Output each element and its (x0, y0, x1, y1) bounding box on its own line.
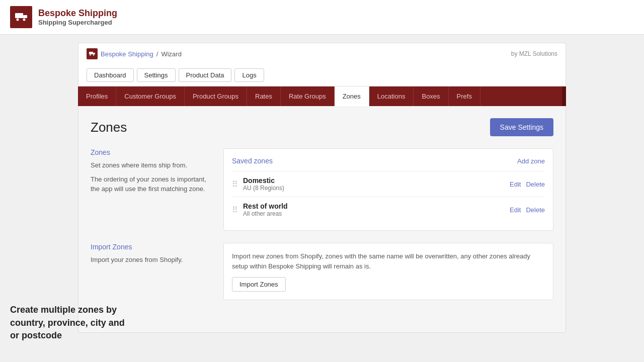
page-title: Zones (91, 120, 127, 135)
saved-zones-header: Saved zones Add zone (232, 157, 545, 165)
zone-info: Domestic AU (8 Regions) (243, 176, 510, 192)
import-left-title: Import Zones (91, 243, 211, 251)
import-description: Import new zones from Shopify, zones wit… (232, 251, 545, 271)
zones-section: Zones Set zones where items ship from. T… (91, 148, 553, 231)
app-header: Bespoke Shipping Shipping Supercharged (0, 0, 644, 35)
add-zone-link[interactable]: Add zone (517, 157, 545, 165)
tab-product-data[interactable]: Product Data (179, 68, 232, 82)
drag-handle-icon[interactable]: ⠿ (232, 179, 238, 189)
breadcrumb: Bespoke Shipping / Wizard (87, 48, 182, 59)
zone-info: Rest of world All other areas (243, 202, 510, 217)
saved-zones-panel: Saved zones Add zone ⠿ Domestic AU (8 Re… (223, 148, 553, 231)
import-left-desc: Import your zones from Shopify. (91, 255, 211, 265)
drag-handle-icon[interactable]: ⠿ (232, 205, 238, 215)
svg-point-3 (23, 19, 26, 21)
by-mzl-label: by MZL Solutions (511, 50, 557, 57)
zones-left-title: Zones (91, 148, 211, 156)
import-zones-section: Import Zones Import your zones from Shop… (91, 243, 553, 300)
main-wrapper: Bespoke Shipping / Wizard by MZL Solutio… (78, 35, 566, 333)
tab-dashboard[interactable]: Dashboard (87, 68, 134, 82)
nav-scrollbar (562, 86, 566, 106)
zone-actions: Edit Delete (510, 206, 545, 214)
top-tabs: Dashboard Settings Product Data Logs (78, 64, 566, 86)
import-zones-panel: Import new zones from Shopify, zones wit… (223, 243, 553, 300)
nav-rates[interactable]: Rates (247, 86, 281, 106)
tab-logs[interactable]: Logs (234, 68, 264, 82)
zones-left-desc2: The ordering of your zones is important,… (91, 174, 211, 194)
zone-row: ⠿ Domestic AU (8 Regions) Edit Delete (232, 171, 545, 197)
zone-actions: Edit Delete (510, 180, 545, 188)
breadcrumb-bar: Bespoke Shipping / Wizard by MZL Solutio… (78, 43, 566, 64)
app-title: Bespoke Shipping Shipping Supercharged (38, 8, 117, 26)
zone-delete-button[interactable]: Delete (526, 180, 545, 188)
nav-locations[interactable]: Locations (369, 86, 414, 106)
svg-point-7 (90, 54, 91, 55)
app-logo (10, 6, 32, 28)
app-subtitle-bold: Supercharged (68, 19, 112, 26)
save-settings-button[interactable]: Save Settings (490, 118, 553, 136)
breadcrumb-current: Wizard (161, 50, 181, 58)
nav-zones[interactable]: Zones (335, 86, 369, 106)
svg-rect-5 (89, 52, 93, 54)
zone-name: Rest of world (243, 202, 510, 210)
nav-bar: Profiles Customer Groups Product Groups … (78, 86, 566, 106)
breadcrumb-separator: / (156, 50, 158, 58)
zones-left-desc1: Set zones where items ship from. (91, 160, 211, 170)
zone-sub: AU (8 Regions) (243, 185, 510, 192)
app-subtitle-plain: Shipping (38, 19, 68, 26)
zones-section-left: Zones Set zones where items ship from. T… (91, 148, 211, 231)
nav-product-groups[interactable]: Product Groups (185, 86, 247, 106)
content-area: Zones Save Settings Zones Set zones wher… (78, 106, 566, 333)
import-section-left: Import Zones Import your zones from Shop… (91, 243, 211, 300)
nav-boxes[interactable]: Boxes (414, 86, 448, 106)
nav-profiles[interactable]: Profiles (78, 86, 116, 106)
breadcrumb-icon (87, 48, 98, 59)
page-header-row: Zones Save Settings (91, 118, 553, 136)
tab-settings[interactable]: Settings (137, 68, 176, 82)
app-title-text: Bespoke Shipping (38, 8, 117, 18)
svg-rect-4 (15, 17, 27, 18)
zone-sub: All other areas (243, 210, 510, 217)
nav-rate-groups[interactable]: Rate Groups (281, 86, 335, 106)
zone-edit-button[interactable]: Edit (510, 206, 521, 214)
svg-rect-6 (93, 53, 95, 54)
zone-name: Domestic (243, 176, 510, 185)
sidebar-promo-text: Create multiple zones by country, provin… (10, 304, 131, 333)
zone-edit-button[interactable]: Edit (510, 180, 521, 188)
svg-point-8 (93, 54, 94, 55)
nav-prefs[interactable]: Prefs (449, 86, 480, 106)
saved-zones-title: Saved zones (232, 157, 273, 165)
zone-row: ⠿ Rest of world All other areas Edit Del… (232, 197, 545, 222)
svg-point-2 (17, 19, 19, 21)
nav-customer-groups[interactable]: Customer Groups (116, 86, 185, 106)
import-zones-button[interactable]: Import Zones (232, 277, 286, 292)
zone-delete-button[interactable]: Delete (526, 206, 545, 214)
breadcrumb-app[interactable]: Bespoke Shipping (101, 50, 153, 58)
